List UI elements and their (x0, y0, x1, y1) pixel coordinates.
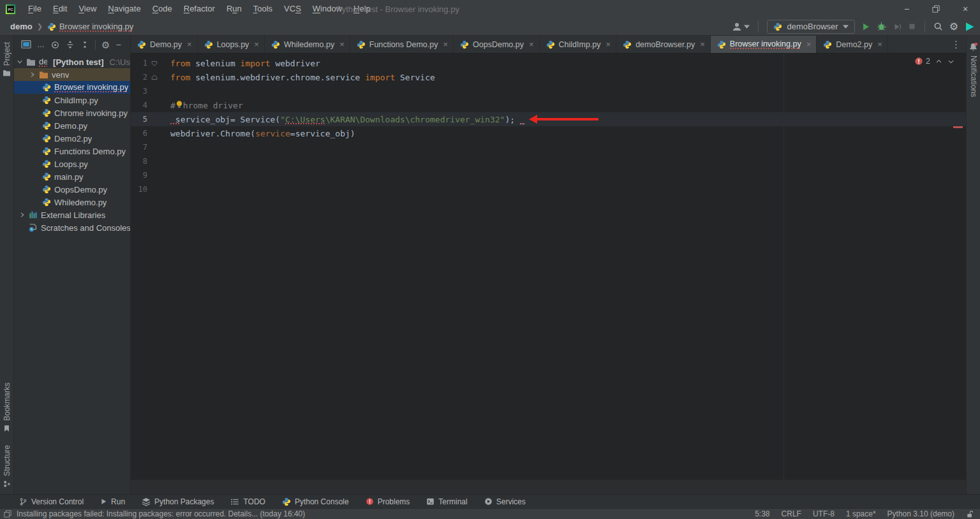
search-everywhere-button[interactable] (933, 22, 943, 31)
tool-window-problems[interactable]: Problems (366, 497, 410, 506)
error-stripe-mark[interactable] (953, 126, 963, 128)
fold-end-icon[interactable] (147, 73, 161, 82)
tab-Browser invoking.py[interactable]: Browser invoking.py× (711, 36, 817, 53)
menu-view[interactable]: View (73, 0, 102, 18)
project-tool-button[interactable]: Project (3, 36, 11, 83)
close-tab-icon[interactable]: × (877, 40, 882, 49)
tab-OopsDemo.py[interactable]: OopsDemo.py× (454, 36, 540, 53)
status-widget[interactable]: CRLF (782, 509, 801, 518)
close-tab-icon[interactable]: × (443, 40, 448, 49)
gradient-logo-icon[interactable] (965, 22, 975, 32)
code-line-1[interactable]: 1from selenium import webdriver (131, 56, 966, 70)
close-tab-icon[interactable]: × (254, 40, 259, 49)
hide-panel-icon[interactable]: − (115, 40, 121, 49)
bulb-icon[interactable] (175, 100, 183, 108)
menu-code[interactable]: Code (147, 0, 178, 18)
code-editor[interactable]: 1from selenium import webdriver2from sel… (131, 54, 966, 479)
more-vertical-icon[interactable]: ⋮ (946, 36, 966, 53)
chevron-right-icon[interactable] (19, 212, 26, 218)
status-widget[interactable]: UTF-8 (813, 509, 835, 518)
project-view-icon[interactable] (21, 40, 31, 49)
code-line-3[interactable]: 3 (131, 84, 966, 98)
tree-item-scratches-and-consoles[interactable]: Scratches and Consoles (14, 221, 130, 234)
close-tab-icon[interactable]: × (187, 40, 192, 49)
tree-item-demo-py[interactable]: Demo.py (14, 119, 130, 132)
close-tab-icon[interactable]: × (339, 40, 345, 49)
code-line-10[interactable]: 10 (131, 182, 966, 196)
breadcrumb-file[interactable]: Browser invoking.py (59, 22, 133, 32)
close-tab-icon[interactable]: × (529, 40, 534, 49)
tree-item-functions-demo-py[interactable]: Functions Demo.py (14, 145, 130, 157)
status-widget[interactable]: 5:38 (755, 509, 769, 518)
inspection-widget[interactable]: 2 (914, 57, 954, 66)
code-line-7[interactable]: 7 (131, 140, 966, 154)
run-button[interactable] (861, 22, 870, 31)
menu-tools[interactable]: Tools (248, 0, 278, 18)
run-config-select[interactable]: demoBrowser (767, 20, 854, 34)
tree-item-oopsdemo-py[interactable]: OopsDemo.py (14, 183, 130, 196)
chevron-down-icon[interactable] (947, 58, 954, 65)
tree-item-external-libraries[interactable]: External Libraries (14, 208, 130, 221)
menu-file[interactable]: File (22, 0, 47, 18)
tree-item-childimp-py[interactable]: ChildImp.py (14, 94, 130, 106)
tree-item-browser-invoking-py[interactable]: Browser invoking.py (14, 81, 130, 94)
tree-item-whiledemo-py[interactable]: Whiledemo.py (14, 196, 130, 208)
bookmarks-tool-button[interactable]: Bookmarks (3, 376, 11, 439)
settings-gear-icon[interactable]: ⚙ (101, 40, 110, 50)
fold-start-icon[interactable] (147, 59, 161, 68)
tree-item-loops-py[interactable]: Loops.py (14, 157, 130, 170)
tree-item-chrome-invoking-py[interactable]: Chrome invoking.py (14, 106, 130, 119)
collapse-all-icon[interactable] (80, 40, 89, 49)
tab-Demo2.py[interactable]: Demo2.py× (817, 36, 888, 53)
ellipsis-icon[interactable]: … (37, 41, 45, 48)
tree-item-venv[interactable]: venv (14, 68, 130, 81)
chevron-up-icon[interactable] (935, 58, 942, 65)
structure-tool-button[interactable]: Structure (3, 439, 11, 494)
status-widget[interactable]: Python 3.10 (demo) (887, 509, 954, 518)
close-tab-icon[interactable]: × (700, 40, 705, 49)
stop-icon[interactable] (908, 22, 916, 31)
debug-button[interactable] (877, 22, 886, 31)
chevron-right-icon[interactable] (29, 71, 36, 78)
tree-item-demo[interactable]: demo[Python test]C:\Us (14, 55, 130, 68)
menu-refactor[interactable]: Refactor (178, 0, 221, 18)
tab-demoBrowser.py[interactable]: demoBrowser.py× (616, 36, 711, 53)
tool-window-services[interactable]: Services (484, 497, 526, 506)
code-line-2[interactable]: 2from selenium.webdriver.chrome.service … (131, 70, 966, 84)
tab-Demo.py[interactable]: Demo.py× (131, 36, 198, 53)
menu-edit[interactable]: Edit (47, 0, 73, 18)
close-button[interactable]: × (951, 0, 980, 18)
code-line-8[interactable]: 8 (131, 154, 966, 168)
user-account-button[interactable] (732, 22, 750, 32)
code-line-9[interactable]: 9 (131, 168, 966, 182)
expand-all-icon[interactable] (66, 40, 75, 49)
tool-window-run[interactable]: Run (100, 497, 125, 506)
close-tab-icon[interactable]: × (606, 40, 611, 49)
minimize-button[interactable]: − (892, 0, 921, 18)
menu-navigate[interactable]: Navigate (102, 0, 146, 18)
breadcrumb-project[interactable]: demo (10, 22, 33, 31)
status-widget[interactable]: 1 space* (846, 509, 876, 518)
status-message[interactable]: Installing packages failed: Installing p… (17, 509, 305, 518)
menu-run[interactable]: Run (221, 0, 248, 18)
tool-window-python-console[interactable]: Python Console (282, 497, 349, 506)
tree-item-demo2-py[interactable]: Demo2.py (14, 132, 130, 145)
menu-vcs[interactable]: VCS (278, 0, 307, 18)
close-tab-icon[interactable]: × (806, 40, 812, 49)
tab-Loops.py[interactable]: Loops.py× (198, 36, 265, 53)
tab-Whiledemo.py[interactable]: Whiledemo.py× (265, 36, 350, 53)
lock-icon[interactable] (966, 509, 974, 518)
tool-window-todo[interactable]: TODO (230, 497, 265, 506)
locate-file-icon[interactable] (50, 40, 60, 50)
tab-Functions Demo.py[interactable]: Functions Demo.py× (350, 36, 454, 53)
code-line-4[interactable]: 4#hrome driver (131, 98, 966, 112)
tree-item-main-py[interactable]: main.py (14, 170, 130, 183)
run-with-coverage-icon[interactable] (893, 22, 902, 31)
code-line-6[interactable]: 6webdriver.Chrome(service=service_obj) (131, 126, 966, 140)
tab-ChildImp.py[interactable]: ChildImp.py× (540, 36, 617, 53)
settings-gear-icon[interactable]: ⚙ (949, 22, 958, 32)
restore-button[interactable] (921, 0, 951, 18)
tool-window-version-control[interactable]: Version Control (19, 497, 84, 506)
chevron-down-tree-icon[interactable] (17, 59, 23, 65)
tool-window-terminal[interactable]: Terminal (426, 497, 467, 506)
